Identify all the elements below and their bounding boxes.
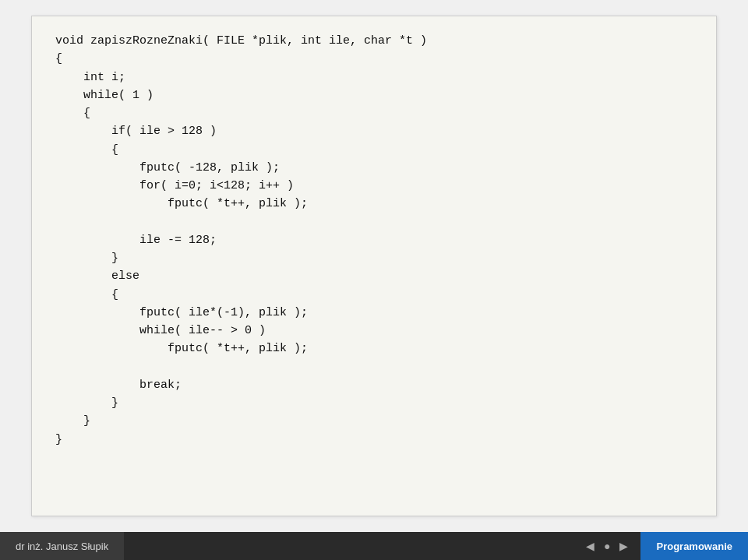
- course-label: Programowanie: [656, 541, 732, 552]
- code-block: void zapiszRozneZnaki( FILE *plik, int i…: [55, 32, 693, 449]
- nav-circle-button[interactable]: ●: [601, 538, 613, 554]
- footer-controls: ◀ ● ▶ Programowanie: [583, 532, 748, 560]
- author-label: dr inż. Janusz Słupik: [16, 541, 108, 552]
- footer-nav: ◀ ● ▶: [583, 538, 631, 554]
- code-container: void zapiszRozneZnaki( FILE *plik, int i…: [31, 16, 717, 516]
- nav-prev-button[interactable]: ◀: [583, 538, 598, 554]
- footer-author: dr inż. Janusz Słupik: [0, 532, 124, 560]
- footer-course: Programowanie: [640, 532, 748, 560]
- footer: dr inż. Janusz Słupik ◀ ● ▶ Programowani…: [0, 532, 748, 560]
- main-content: void zapiszRozneZnaki( FILE *plik, int i…: [0, 0, 748, 532]
- nav-next-button[interactable]: ▶: [616, 538, 631, 554]
